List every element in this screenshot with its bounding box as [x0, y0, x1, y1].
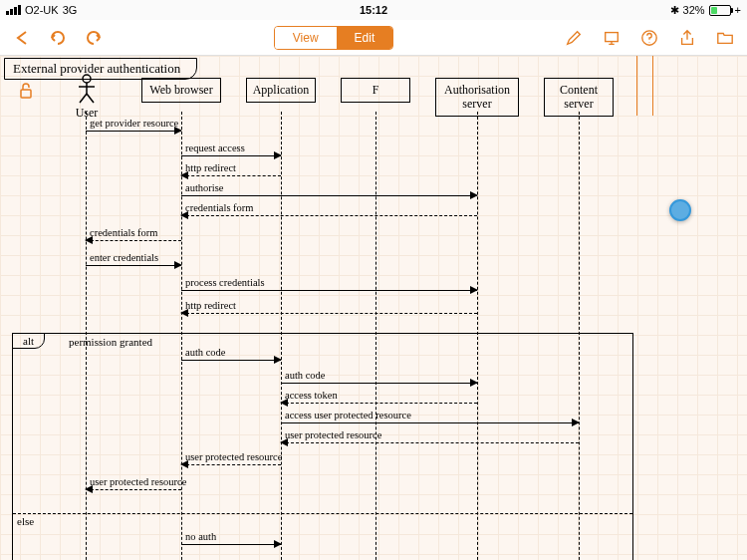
folder-icon[interactable]: [715, 28, 735, 48]
svg-rect-0: [606, 32, 619, 41]
msg: http redirect: [181, 313, 477, 329]
help-icon[interactable]: [639, 28, 659, 48]
participant-auth-server: Authorisation server: [435, 78, 519, 117]
actor-user: User: [72, 74, 102, 121]
pencil-icon[interactable]: [564, 28, 584, 48]
alt-tag: alt: [12, 333, 45, 349]
participant-content-server: Content server: [544, 78, 614, 117]
alt-divider: [13, 513, 632, 514]
view-button[interactable]: View: [275, 27, 337, 49]
lock-icon[interactable]: [18, 82, 34, 104]
battery-icon: [709, 5, 731, 16]
signal-icon: [6, 5, 21, 15]
undo-icon[interactable]: [48, 28, 68, 48]
toolbar: View Edit: [0, 20, 747, 56]
charging-icon: +: [735, 4, 741, 16]
msg: user protected resource: [86, 489, 181, 505]
msg: enter credentials: [86, 265, 181, 281]
msg: credentials form: [181, 215, 477, 231]
svg-point-3: [83, 75, 91, 83]
participant-application: Application: [246, 78, 316, 103]
else-tag: else: [17, 515, 34, 527]
diagram-canvas[interactable]: External provider authentication User We…: [0, 56, 747, 560]
share-icon[interactable]: [677, 28, 697, 48]
msg: get provider resource: [86, 131, 181, 146]
bluetooth-icon: ✱: [670, 4, 679, 17]
back-icon[interactable]: [12, 28, 32, 48]
alt-guard: permission granted: [69, 336, 152, 348]
redo-icon[interactable]: [84, 28, 104, 48]
msg: user protected resource: [281, 442, 579, 458]
msg: user protected resource: [181, 464, 281, 480]
status-bar: O2-UK 3G 15:12 ✱ 32% +: [0, 0, 747, 20]
svg-line-7: [87, 94, 94, 103]
screen-icon[interactable]: [602, 28, 622, 48]
carrier-label: O2-UK: [25, 4, 59, 16]
clock: 15:12: [251, 4, 496, 16]
svg-line-6: [80, 94, 87, 103]
battery-pct: 32%: [683, 4, 705, 16]
svg-rect-2: [21, 90, 31, 98]
drag-handle[interactable]: [669, 199, 691, 221]
participant-web-browser: Web browser: [141, 78, 221, 103]
view-edit-segment[interactable]: View Edit: [274, 26, 393, 50]
network-label: 3G: [63, 4, 78, 16]
participant-f: F: [341, 78, 410, 103]
msg: no auth: [181, 544, 281, 560]
msg: auth code: [181, 360, 281, 376]
edit-button[interactable]: Edit: [337, 27, 393, 49]
